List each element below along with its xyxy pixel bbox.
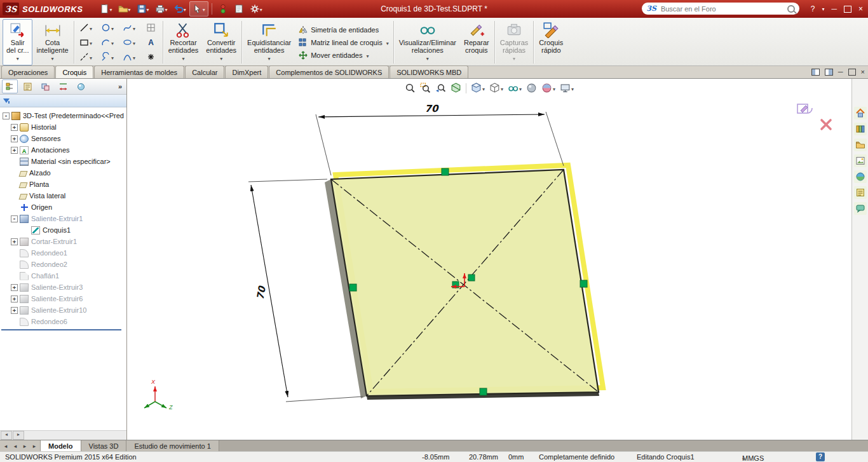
print-button[interactable] xyxy=(153,2,170,16)
text-tool-button[interactable]: A xyxy=(140,35,161,50)
zoom-previous-button[interactable] xyxy=(434,82,447,94)
dropdown-arrow-icon[interactable] xyxy=(220,54,222,63)
dropdown-arrow-icon[interactable] xyxy=(482,85,485,92)
dropdown-arrow-icon[interactable] xyxy=(90,39,92,46)
design-library-icon[interactable] xyxy=(854,123,867,135)
tree-item-croquis1[interactable]: Croquis1 xyxy=(0,224,126,236)
dropdown-arrow-icon[interactable] xyxy=(128,5,131,13)
expander-icon[interactable]: + xyxy=(11,307,18,314)
cancel-sketch-button[interactable] xyxy=(820,118,832,132)
dropdown-arrow-icon[interactable] xyxy=(90,53,92,61)
tab-operaciones[interactable]: Operaciones xyxy=(1,65,55,78)
tab-complementos[interactable]: Complementos de SOLIDWORKS xyxy=(269,65,389,78)
dropdown-arrow-icon[interactable] xyxy=(110,5,112,13)
expander-icon[interactable]: - xyxy=(3,112,10,119)
tree-item-redondeo1[interactable]: Redondeo1 xyxy=(0,247,126,259)
forum-icon[interactable] xyxy=(854,202,867,215)
dropdown-arrow-icon[interactable] xyxy=(182,54,184,63)
tab-estudio-de-movimiento[interactable]: Estudio de movimiento 1 xyxy=(126,440,219,451)
tree-item-chaflan1[interactable]: Chaflán1 xyxy=(0,270,126,282)
feature-tree-tab[interactable] xyxy=(2,79,18,93)
tree-horizontal-scrollbar[interactable]: ◂ ▸ xyxy=(0,430,126,440)
help-dropdown-icon[interactable] xyxy=(822,4,824,14)
tree-item-historial[interactable]: + Historial xyxy=(0,121,126,133)
line-tool-button[interactable] xyxy=(76,20,97,35)
last-tab-button[interactable]: ▸ xyxy=(31,443,38,449)
rebuild-button[interactable] xyxy=(215,2,231,16)
expander-icon[interactable]: + xyxy=(11,135,18,142)
dropdown-arrow-icon[interactable] xyxy=(147,5,149,13)
dropdown-arrow-icon[interactable] xyxy=(553,85,555,92)
dropdown-arrow-icon[interactable] xyxy=(386,39,389,46)
dropdown-arrow-icon[interactable] xyxy=(51,54,54,63)
scroll-left-button[interactable]: ◂ xyxy=(1,431,12,440)
sketch-picture-button[interactable] xyxy=(140,20,161,35)
dropdown-arrow-icon[interactable] xyxy=(203,5,205,13)
linear-sketch-pattern-button[interactable]: Matriz lineal de croquis xyxy=(296,37,391,48)
section-view-button[interactable] xyxy=(449,82,463,94)
dropdown-arrow-icon[interactable] xyxy=(184,5,186,13)
view-palette-icon[interactable] xyxy=(854,154,867,167)
save-button[interactable] xyxy=(134,2,152,16)
dropdown-arrow-icon[interactable] xyxy=(133,53,135,61)
appearances-icon[interactable] xyxy=(854,170,867,183)
move-entities-button[interactable]: Mover entidades xyxy=(296,50,391,61)
dropdown-arrow-icon[interactable] xyxy=(501,85,503,92)
tree-item-material[interactable]: Material <sin especificar> xyxy=(0,156,126,167)
quick-tips-help-button[interactable]: ? xyxy=(816,452,825,461)
dropdown-arrow-icon[interactable] xyxy=(366,51,369,59)
zoom-to-area-button[interactable] xyxy=(419,82,432,94)
tab-solidworks-mbd[interactable]: SOLIDWORKS MBD xyxy=(390,65,468,78)
property-manager-tab[interactable] xyxy=(20,79,36,93)
tab-modelo[interactable]: Modelo xyxy=(41,440,81,451)
rectangle-tool-button[interactable] xyxy=(76,35,97,50)
graphics-viewport[interactable]: 70 70 xyxy=(127,79,851,440)
tree-item-origen[interactable]: Origen xyxy=(0,201,126,213)
dropdown-arrow-icon[interactable] xyxy=(133,24,135,32)
confirm-exit-sketch-button[interactable] xyxy=(796,102,815,119)
tab-vistas-3d[interactable]: Vistas 3D xyxy=(81,440,127,451)
tree-item-saliente-extruir6[interactable]: + Saliente-Extruir6 xyxy=(0,293,126,304)
dropdown-arrow-icon[interactable] xyxy=(260,5,262,13)
next-tab-button[interactable]: ▸ xyxy=(21,443,29,449)
display-delete-relations-button[interactable]: Visualizar/Eliminarrelaciones xyxy=(395,19,460,65)
tangent-arc-tool-button[interactable] xyxy=(97,50,118,64)
tree-item-redondeo2[interactable]: Redondeo2 xyxy=(0,259,126,270)
restore-window-button[interactable] xyxy=(844,6,851,13)
rollback-bar[interactable] xyxy=(1,329,121,330)
search-input[interactable] xyxy=(660,4,784,13)
tree-item-vista-lateral[interactable]: Vista lateral xyxy=(0,190,126,201)
spline-tool-button[interactable] xyxy=(119,20,140,35)
window-pane-right-icon[interactable] xyxy=(825,69,833,76)
dropdown-arrow-icon[interactable] xyxy=(165,5,168,13)
first-tab-button[interactable]: ◂ xyxy=(2,443,10,449)
tab-calcular[interactable]: Calcular xyxy=(185,65,224,78)
dropdown-arrow-icon[interactable] xyxy=(513,54,515,63)
dropdown-arrow-icon[interactable] xyxy=(268,54,271,63)
scroll-right-button[interactable]: ▸ xyxy=(13,431,24,440)
tree-item-sensores[interactable]: + Sensores xyxy=(0,133,126,144)
task-home-icon[interactable] xyxy=(854,107,867,119)
configuration-manager-tab[interactable] xyxy=(37,79,53,93)
quick-snaps-button[interactable]: Capturasrápidas xyxy=(496,19,532,65)
select-tool-button[interactable] xyxy=(189,1,208,17)
dropdown-arrow-icon[interactable] xyxy=(742,454,745,462)
options-gear-button[interactable] xyxy=(247,2,265,16)
file-properties-button[interactable] xyxy=(231,2,247,16)
dropdown-arrow-icon[interactable] xyxy=(111,39,114,46)
tree-item-alzado[interactable]: Alzado xyxy=(0,167,126,179)
convert-entities-button[interactable]: Convertirentidades xyxy=(202,19,240,65)
search-icon[interactable] xyxy=(787,5,795,13)
tree-item-redondeo6[interactable]: Redondeo6 xyxy=(0,316,126,327)
centerline-tool-button[interactable] xyxy=(76,50,97,64)
tree-filter-bar[interactable] xyxy=(0,95,126,107)
viewport-canvas[interactable]: 70 70 xyxy=(127,79,851,440)
dimxpert-manager-tab[interactable] xyxy=(55,79,71,93)
mirror-entities-button[interactable]: Simetría de entidades xyxy=(296,24,391,36)
conic-tool-button[interactable] xyxy=(119,50,140,64)
view-settings-button[interactable] xyxy=(559,82,575,94)
dropdown-arrow-icon[interactable] xyxy=(17,54,19,63)
circle-tool-button[interactable] xyxy=(97,20,118,35)
tree-item-saliente-extruir3[interactable]: + Saliente-Extruir3 xyxy=(0,282,126,293)
dropdown-arrow-icon[interactable] xyxy=(571,85,574,92)
